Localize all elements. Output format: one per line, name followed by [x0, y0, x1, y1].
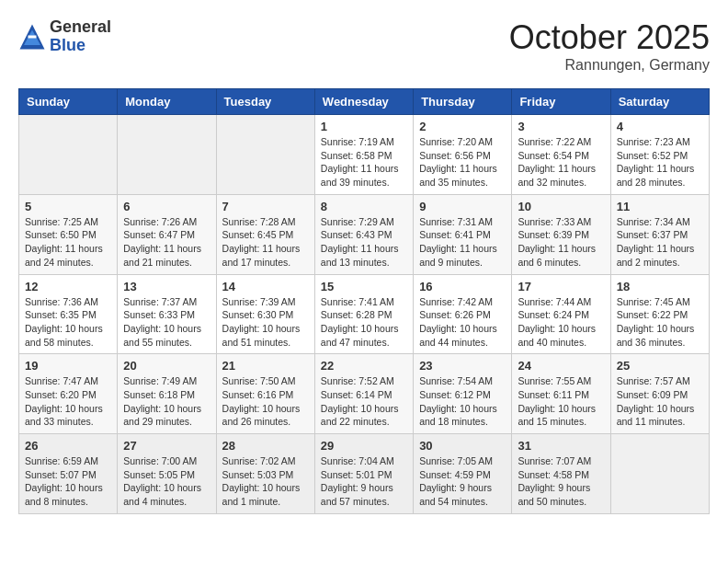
- day-info: Sunrise: 7:22 AM Sunset: 6:54 PM Dayligh…: [518, 135, 604, 190]
- day-number: 23: [419, 359, 506, 373]
- day-info: Sunrise: 7:28 AM Sunset: 6:45 PM Dayligh…: [222, 215, 309, 270]
- day-number: 15: [321, 280, 407, 293]
- day-number: 17: [518, 280, 604, 293]
- weekday-header-tuesday: Tuesday: [216, 89, 314, 115]
- calendar-table: SundayMondayTuesdayWednesdayThursdayFrid…: [18, 88, 710, 514]
- calendar-cell: 5Sunrise: 7:25 AM Sunset: 6:50 PM Daylig…: [19, 194, 118, 274]
- calendar-cell: 2Sunrise: 7:20 AM Sunset: 6:56 PM Daylig…: [414, 115, 512, 195]
- day-info: Sunrise: 7:54 AM Sunset: 6:12 PM Dayligh…: [419, 374, 506, 429]
- day-number: 14: [222, 280, 309, 293]
- month-title: October 2025: [509, 18, 710, 57]
- calendar-cell: 24Sunrise: 7:55 AM Sunset: 6:11 PM Dayli…: [512, 354, 610, 434]
- calendar-cell: 12Sunrise: 7:36 AM Sunset: 6:35 PM Dayli…: [19, 274, 118, 354]
- weekday-header-monday: Monday: [118, 89, 216, 115]
- calendar-week-row: 19Sunrise: 7:47 AM Sunset: 6:20 PM Dayli…: [19, 354, 710, 434]
- logo-icon: [18, 23, 46, 51]
- day-info: Sunrise: 7:50 AM Sunset: 6:16 PM Dayligh…: [222, 374, 309, 429]
- location: Rannungen, Germany: [509, 57, 710, 74]
- day-info: Sunrise: 7:36 AM Sunset: 6:35 PM Dayligh…: [25, 295, 111, 350]
- calendar-cell: 4Sunrise: 7:23 AM Sunset: 6:52 PM Daylig…: [610, 115, 709, 195]
- day-number: 5: [25, 200, 111, 213]
- calendar-week-row: 12Sunrise: 7:36 AM Sunset: 6:35 PM Dayli…: [19, 274, 710, 354]
- svg-rect-2: [28, 35, 37, 38]
- calendar-cell: 17Sunrise: 7:44 AM Sunset: 6:24 PM Dayli…: [512, 274, 610, 354]
- day-info: Sunrise: 7:23 AM Sunset: 6:52 PM Dayligh…: [617, 135, 703, 190]
- calendar-cell: [216, 115, 314, 195]
- calendar-cell: 3Sunrise: 7:22 AM Sunset: 6:54 PM Daylig…: [512, 115, 610, 195]
- calendar-cell: 14Sunrise: 7:39 AM Sunset: 6:30 PM Dayli…: [216, 274, 314, 354]
- calendar-cell: 7Sunrise: 7:28 AM Sunset: 6:45 PM Daylig…: [216, 194, 314, 274]
- day-number: 11: [617, 200, 703, 213]
- logo-text: General Blue: [50, 18, 111, 55]
- day-info: Sunrise: 7:33 AM Sunset: 6:39 PM Dayligh…: [518, 215, 604, 270]
- day-info: Sunrise: 7:29 AM Sunset: 6:43 PM Dayligh…: [321, 215, 407, 270]
- day-info: Sunrise: 7:31 AM Sunset: 6:41 PM Dayligh…: [419, 215, 506, 270]
- calendar-cell: [118, 115, 216, 195]
- calendar-cell: 22Sunrise: 7:52 AM Sunset: 6:14 PM Dayli…: [314, 354, 413, 434]
- day-number: 18: [617, 280, 703, 293]
- day-number: 1: [321, 120, 407, 133]
- day-info: Sunrise: 7:39 AM Sunset: 6:30 PM Dayligh…: [222, 295, 309, 350]
- day-number: 8: [321, 200, 407, 213]
- calendar-cell: [610, 434, 709, 514]
- day-number: 21: [222, 359, 309, 373]
- calendar-cell: 1Sunrise: 7:19 AM Sunset: 6:58 PM Daylig…: [314, 115, 413, 195]
- calendar-cell: [19, 115, 118, 195]
- weekday-header-saturday: Saturday: [610, 89, 709, 115]
- day-number: 7: [222, 200, 309, 213]
- day-info: Sunrise: 7:55 AM Sunset: 6:11 PM Dayligh…: [518, 374, 604, 429]
- day-info: Sunrise: 7:05 AM Sunset: 4:59 PM Dayligh…: [419, 454, 506, 509]
- calendar-cell: 23Sunrise: 7:54 AM Sunset: 6:12 PM Dayli…: [414, 354, 512, 434]
- calendar-cell: 11Sunrise: 7:34 AM Sunset: 6:37 PM Dayli…: [610, 194, 709, 274]
- calendar-cell: 6Sunrise: 7:26 AM Sunset: 6:47 PM Daylig…: [118, 194, 216, 274]
- calendar-cell: 27Sunrise: 7:00 AM Sunset: 5:05 PM Dayli…: [118, 434, 216, 514]
- calendar-cell: 19Sunrise: 7:47 AM Sunset: 6:20 PM Dayli…: [19, 354, 118, 434]
- day-number: 19: [25, 359, 111, 373]
- calendar-cell: 16Sunrise: 7:42 AM Sunset: 6:26 PM Dayli…: [414, 274, 512, 354]
- calendar-cell: 28Sunrise: 7:02 AM Sunset: 5:03 PM Dayli…: [216, 434, 314, 514]
- calendar-cell: 13Sunrise: 7:37 AM Sunset: 6:33 PM Dayli…: [118, 274, 216, 354]
- day-number: 6: [123, 200, 210, 213]
- day-info: Sunrise: 7:34 AM Sunset: 6:37 PM Dayligh…: [617, 215, 703, 270]
- title-block: October 2025 Rannungen, Germany: [509, 18, 710, 74]
- day-number: 22: [321, 359, 407, 373]
- day-number: 12: [25, 280, 111, 293]
- day-number: 3: [518, 120, 604, 133]
- day-number: 28: [222, 439, 309, 453]
- day-info: Sunrise: 7:25 AM Sunset: 6:50 PM Dayligh…: [25, 215, 111, 270]
- calendar-cell: 20Sunrise: 7:49 AM Sunset: 6:18 PM Dayli…: [118, 354, 216, 434]
- calendar-week-row: 1Sunrise: 7:19 AM Sunset: 6:58 PM Daylig…: [19, 115, 710, 195]
- day-info: Sunrise: 7:42 AM Sunset: 6:26 PM Dayligh…: [419, 295, 506, 350]
- day-number: 27: [123, 439, 210, 453]
- day-number: 30: [419, 439, 506, 453]
- day-info: Sunrise: 7:20 AM Sunset: 6:56 PM Dayligh…: [419, 135, 506, 190]
- calendar-cell: 21Sunrise: 7:50 AM Sunset: 6:16 PM Dayli…: [216, 354, 314, 434]
- day-number: 9: [419, 200, 506, 213]
- day-info: Sunrise: 7:44 AM Sunset: 6:24 PM Dayligh…: [518, 295, 604, 350]
- day-number: 13: [123, 280, 210, 293]
- calendar-week-row: 26Sunrise: 6:59 AM Sunset: 5:07 PM Dayli…: [19, 434, 710, 514]
- calendar-cell: 18Sunrise: 7:45 AM Sunset: 6:22 PM Dayli…: [610, 274, 709, 354]
- calendar-cell: 15Sunrise: 7:41 AM Sunset: 6:28 PM Dayli…: [314, 274, 413, 354]
- day-info: Sunrise: 7:45 AM Sunset: 6:22 PM Dayligh…: [617, 295, 703, 350]
- page-header: General Blue October 2025 Rannungen, Ger…: [18, 18, 710, 74]
- day-number: 25: [617, 359, 703, 373]
- calendar-cell: 8Sunrise: 7:29 AM Sunset: 6:43 PM Daylig…: [314, 194, 413, 274]
- day-number: 4: [617, 120, 703, 133]
- weekday-header-wednesday: Wednesday: [314, 89, 413, 115]
- calendar-week-row: 5Sunrise: 7:25 AM Sunset: 6:50 PM Daylig…: [19, 194, 710, 274]
- day-info: Sunrise: 7:41 AM Sunset: 6:28 PM Dayligh…: [321, 295, 407, 350]
- day-info: Sunrise: 7:19 AM Sunset: 6:58 PM Dayligh…: [321, 135, 407, 190]
- day-number: 26: [25, 439, 111, 453]
- day-number: 24: [518, 359, 604, 373]
- calendar-cell: 30Sunrise: 7:05 AM Sunset: 4:59 PM Dayli…: [414, 434, 512, 514]
- day-number: 2: [419, 120, 506, 133]
- weekday-header-sunday: Sunday: [19, 89, 118, 115]
- day-info: Sunrise: 7:00 AM Sunset: 5:05 PM Dayligh…: [123, 454, 210, 509]
- weekday-header-thursday: Thursday: [414, 89, 512, 115]
- day-info: Sunrise: 7:49 AM Sunset: 6:18 PM Dayligh…: [123, 374, 210, 429]
- day-number: 10: [518, 200, 604, 213]
- weekday-header-row: SundayMondayTuesdayWednesdayThursdayFrid…: [19, 89, 710, 115]
- day-info: Sunrise: 6:59 AM Sunset: 5:07 PM Dayligh…: [25, 454, 111, 509]
- calendar-cell: 9Sunrise: 7:31 AM Sunset: 6:41 PM Daylig…: [414, 194, 512, 274]
